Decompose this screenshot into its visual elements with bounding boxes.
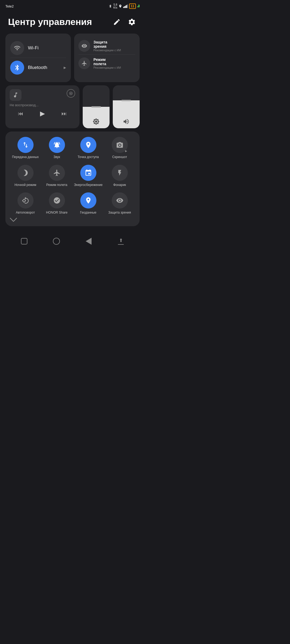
power-save-icon (80, 165, 96, 181)
eye-protection-desc: Рекомендации с ИИ (93, 49, 135, 52)
speed-label: 5.8K/s (113, 3, 117, 9)
brightness-slider[interactable] (83, 85, 110, 128)
expand-chevron[interactable] (10, 215, 135, 224)
screenshot-label: Скриншот (112, 155, 127, 159)
auto-rotate-button[interactable]: Автоповорот (10, 192, 41, 215)
header: Центр управления (0, 11, 145, 34)
screenshot-icon: ▶ (112, 137, 128, 153)
home-button[interactable] (50, 235, 62, 247)
prev-button[interactable]: ⏮ (18, 111, 23, 117)
volume-slider[interactable] (113, 85, 140, 128)
volume-icon (123, 118, 130, 125)
flashlight-icon (112, 165, 128, 181)
hotspot-icon (80, 137, 96, 153)
airplane-icon (78, 57, 90, 69)
svg-point-6 (70, 93, 71, 94)
svg-rect-3 (126, 5, 127, 8)
night-mode-icon (17, 165, 34, 181)
auto-rotate-label: Автоповорот (16, 211, 35, 215)
screenshot-arrow: ▶ (125, 149, 127, 152)
geo-data-icon (80, 192, 96, 208)
sound-button[interactable]: Звук (41, 137, 73, 159)
signal-icon (123, 4, 128, 8)
media-tile[interactable]: Не воспроизвод... ⏮ ▶ ⏭ (5, 85, 79, 128)
eye-protection-action-label: Защита зрения (108, 211, 131, 215)
airplane-mode-label: Режим полета (46, 183, 67, 187)
data-transfer-label: Передача данных (12, 155, 39, 159)
hotspot-button[interactable]: Точка доступа (73, 137, 104, 159)
airplane-mode-button[interactable]: Режим полета (41, 165, 73, 187)
media-controls: ⏮ ▶ ⏭ (10, 110, 75, 117)
wifi-label: Wi-Fi (28, 45, 39, 51)
night-mode-button[interactable]: Ночной режим (10, 165, 41, 187)
honor-share-button[interactable]: HONOR Share (41, 192, 73, 215)
honor-share-icon (49, 192, 65, 208)
ai-suggestions-tile: Защитазрения Рекомендации с ИИ Режимполе… (74, 34, 140, 82)
play-button[interactable]: ▶ (40, 110, 45, 117)
quick-actions-panel: Передача данных Звук Точка доступа (5, 131, 140, 226)
wifi-icon (10, 41, 24, 55)
eye-protection-title: Защитазрения (93, 40, 135, 49)
flashlight-label: Фонарик (113, 183, 126, 187)
hotspot-label: Точка доступа (78, 155, 99, 159)
eye-protection-button[interactable]: Защита зрения (104, 192, 135, 215)
power-save-label: Энергосбережение (74, 183, 103, 187)
home-icon (53, 238, 60, 245)
media-ai-icon (67, 89, 75, 98)
power-save-button[interactable]: Энергосбережение (73, 165, 104, 187)
next-button[interactable]: ⏭ (61, 111, 67, 117)
data-transfer-button[interactable]: Передача данных (10, 137, 41, 159)
actions-grid: Передача данных Звук Точка доступа (10, 137, 135, 215)
airplane-mode-icon (49, 165, 65, 181)
svg-rect-1 (124, 6, 125, 8)
screenshot-button[interactable]: ▶ Скриншот (104, 137, 135, 159)
svg-rect-4 (127, 4, 128, 8)
back-icon (86, 238, 92, 245)
share-button[interactable]: ⬆ (115, 235, 127, 247)
brightness-icon (93, 118, 100, 125)
back-button[interactable] (83, 235, 95, 247)
eye-protection-text: Защитазрения Рекомендации с ИИ (93, 40, 135, 52)
battery-icon: 11 (129, 3, 136, 9)
share-icon: ⬆ (118, 237, 124, 245)
bluetooth-icon (10, 61, 24, 75)
eco-icon (137, 4, 140, 8)
svg-rect-2 (125, 6, 126, 8)
settings-button[interactable] (127, 17, 137, 27)
bluetooth-status-icon (108, 4, 112, 8)
bluetooth-tile[interactable]: Bluetooth ▶ (10, 58, 66, 77)
music-icon (10, 89, 21, 101)
header-icons (112, 17, 137, 27)
status-right: 5.8K/s 11 (108, 3, 140, 9)
data-transfer-icon (17, 137, 34, 153)
recents-button[interactable] (18, 235, 30, 247)
geo-data-label: Геоданные (80, 211, 96, 215)
media-row: Не воспроизвод... ⏮ ▶ ⏭ (0, 85, 145, 128)
connectivity-tile: Wi-Fi Bluetooth ▶ (5, 34, 71, 82)
airplane-tile[interactable]: Режимполета Рекомендации с ИИ (78, 54, 135, 72)
night-mode-label: Ночной режим (15, 183, 36, 187)
airplane-title: Режимполета (93, 57, 135, 66)
status-bar: Tele2 5.8K/s 11 (0, 0, 145, 11)
svg-rect-0 (123, 7, 124, 8)
honor-share-label: HONOR Share (46, 211, 67, 215)
sound-icon (49, 137, 65, 153)
sound-label: Звук (53, 155, 60, 159)
media-status: Не воспроизвод... (10, 103, 75, 107)
eye-icon (78, 40, 90, 52)
airplane-desc: Рекомендации с ИИ (93, 66, 135, 69)
bottom-nav: ⬆ (0, 230, 145, 252)
bluetooth-label: Bluetooth (28, 65, 47, 70)
page-title: Центр управления (8, 17, 92, 27)
auto-rotate-icon (17, 192, 34, 208)
flashlight-button[interactable]: Фонарик (104, 165, 135, 187)
carrier-label: Tele2 (5, 4, 14, 8)
geo-data-button[interactable]: Геоданные (73, 192, 104, 215)
wifi-tile[interactable]: Wi-Fi (10, 38, 66, 58)
edit-button[interactable] (112, 17, 122, 27)
eye-protection-tile[interactable]: Защитазрения Рекомендации с ИИ (78, 37, 135, 54)
airplane-text: Режимполета Рекомендации с ИИ (93, 57, 135, 69)
recents-icon (21, 238, 27, 244)
quick-tiles-top: Wi-Fi Bluetooth ▶ Защитазрения Рекоменда… (0, 34, 145, 82)
eye-protection-icon (112, 192, 128, 208)
